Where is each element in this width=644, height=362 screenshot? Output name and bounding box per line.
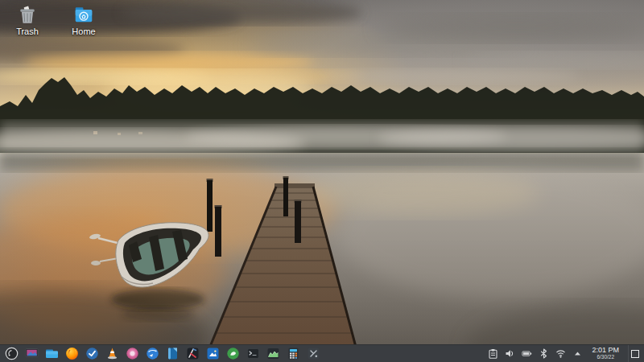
calculator-icon [287,347,300,360]
volume-tray-button[interactable] [504,348,515,360]
taskbar-app-pink[interactable] [126,347,139,360]
taskbar-app-firefox[interactable] [65,347,79,360]
show-desktop-button[interactable] [628,345,641,362]
bluetooth-tray-button[interactable] [538,348,549,360]
desktop: Trash Home [0,0,644,362]
bluetooth-icon [539,348,549,359]
taskbar-app-system-monitor[interactable] [266,347,280,360]
wallpaper-art [0,0,644,362]
taskbar-app-launcher[interactable] [5,347,19,360]
pink-circle-icon [126,347,139,360]
clock-time: 2:01 PM [592,347,619,354]
terminal-icon [246,347,260,360]
battery-icon [522,348,532,359]
taskbar-app-terminal[interactable] [246,347,260,360]
green-graph-icon [266,347,280,360]
blue-square-photo-icon [206,347,220,360]
show-desktop-icon [631,350,639,358]
blue-check-circle-icon [85,347,99,360]
taskbar-app-utilities[interactable] [307,347,320,360]
monitor-icon [25,347,39,360]
caret-up-icon [572,348,583,359]
system-tray: 2:01 PM 6/30/22 [487,345,644,362]
volume-icon [505,348,515,359]
clock-date: 6/30/22 [597,355,614,360]
clock-widget[interactable]: 2:01 PM 6/30/22 [588,347,622,360]
home-folder-icon [73,4,94,25]
blue-notebook-icon [166,347,180,360]
firefox-icon [65,347,79,360]
taskbar-app-updater[interactable] [85,347,99,360]
taskbar-app-vlc[interactable] [105,347,119,360]
blue-folder-icon [45,347,59,360]
taskbar-app-internet[interactable] [146,347,159,360]
desktop-icon-label: Trash [16,27,39,36]
taskbar-app-photos[interactable] [206,347,220,360]
taskbar: 2:01 PM 6/30/22 [0,344,644,362]
wallpaper-lake-sunrise [0,0,644,362]
app-launcher-icon [5,347,19,360]
taskbar-app-krita[interactable] [186,347,200,360]
blue-globe-icon [146,347,159,360]
battery-tray-button[interactable] [521,348,532,360]
taskbar-app-notes[interactable] [166,347,180,360]
taskbar-app-file-manager[interactable] [45,347,59,360]
krita-icon [186,347,200,360]
desktop-icon-trash[interactable]: Trash [5,4,50,36]
desktop-icon-label: Home [72,27,95,36]
clipboard-icon [488,348,498,359]
vlc-cone-icon [105,347,119,360]
taskbar-pinned-apps [5,347,320,360]
wifi-tray-button[interactable] [555,348,566,360]
tray-expand-button[interactable] [572,348,583,360]
desktop-icon-area: Trash Home [5,4,106,36]
green-circle-icon [226,347,240,360]
clipboard-tray-button[interactable] [487,348,498,360]
taskbar-app-calculator[interactable] [287,347,300,360]
trash-icon [17,4,38,25]
desktop-icon-home[interactable]: Home [61,4,106,36]
wifi-icon [555,348,566,359]
utilities-icon [307,347,320,360]
taskbar-app-display-settings[interactable] [25,347,39,360]
taskbar-app-green[interactable] [226,347,240,360]
